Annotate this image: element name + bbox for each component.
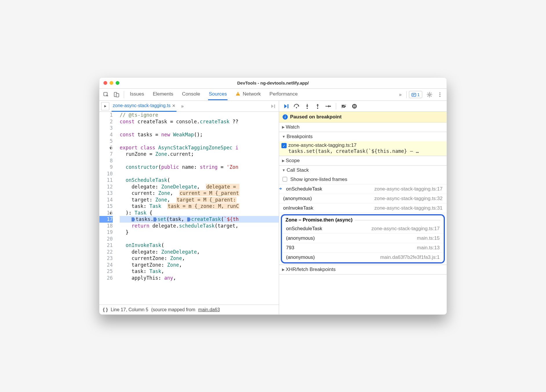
stack-frame[interactable]: (anonymous)zone-async-stack-tagging.ts:3… [279, 194, 447, 204]
stack-frame[interactable]: (anonymous)main.da63f7b2fe3f1fa3.js:1 [282, 253, 444, 262]
stack-frame[interactable]: onScheduleTaskzone-async-stack-tagging.t… [279, 184, 447, 194]
breakpoint-checkbox[interactable]: ✓ [281, 143, 287, 148]
step-over-icon[interactable] [293, 102, 301, 110]
svg-rect-2 [116, 94, 119, 97]
step-out-icon[interactable] [314, 102, 321, 110]
svg-point-16 [307, 108, 308, 109]
file-tab-active[interactable]: zone-async-stack-tagging.ts × [112, 101, 176, 112]
editor-status-bar: { } Line 17, Column 5 (source mapped fro… [99, 305, 279, 314]
file-tab-name: zone-async-stack-tagging.ts [113, 103, 170, 108]
file-tab-bar: zone-async-stack-tagging.ts × » [99, 101, 279, 112]
resume-icon[interactable] [283, 102, 290, 110]
xhr-label: XHR/fetch Breakpoints [286, 267, 336, 272]
panel-tabs: Issues Elements Console Sources Network … [129, 89, 396, 100]
code-editor[interactable]: 123456▼78910111213141516▼171819202122232… [99, 112, 279, 305]
issues-count: 1 [417, 92, 420, 97]
call-stack-group: onScheduleTaskzone-async-stack-tagging.t… [282, 224, 444, 262]
more-menu-icon[interactable] [435, 90, 445, 100]
svg-point-9 [439, 92, 440, 93]
callstack-label: Call Stack [287, 167, 309, 173]
tab-sources[interactable]: Sources [208, 89, 227, 100]
tab-network[interactable]: Network [235, 89, 261, 100]
svg-point-8 [429, 94, 430, 96]
svg-point-11 [439, 96, 440, 97]
file-tabs-overflow-icon[interactable]: » [179, 104, 186, 109]
breakpoint-snippet: tasks.set(task, createTask(`${this.name}… [288, 148, 443, 154]
breakpoint-file: zone-async-stack-tagging.ts:17 [288, 142, 443, 148]
tab-network-label: Network [243, 91, 261, 97]
call-stack-top: onScheduleTaskzone-async-stack-tagging.t… [279, 184, 447, 213]
stack-frame[interactable]: onScheduleTaskzone-async-stack-tagging.t… [282, 224, 444, 234]
scope-label: Scope [286, 158, 300, 164]
show-ignored-label: Show ignore-listed frames [290, 177, 347, 182]
source-pane: zone-async-stack-tagging.ts × » 123456▼7… [99, 101, 279, 314]
debug-toolbar [279, 101, 447, 112]
xhr-breakpoints-pane[interactable]: ▶XHR/fetch Breakpoints [279, 265, 447, 274]
svg-point-20 [330, 106, 331, 107]
snippet-run-icon[interactable] [270, 103, 277, 109]
stack-frame[interactable]: (anonymous)main.ts:15 [282, 234, 444, 243]
svg-point-10 [439, 94, 440, 95]
main-split: zone-async-stack-tagging.ts × » 123456▼7… [99, 101, 447, 314]
breakpoint-item[interactable]: ✓ zone-async-stack-tagging.ts:17 tasks.s… [279, 141, 447, 156]
titlebar: DevTools - ng-devtools.netlify.app/ [99, 78, 447, 89]
tab-issues[interactable]: Issues [129, 89, 145, 100]
svg-point-14 [296, 107, 297, 108]
show-ignored-checkbox[interactable] [283, 177, 287, 182]
tabs-overflow-icon[interactable]: » [397, 92, 404, 97]
svg-rect-25 [355, 105, 356, 107]
breakpoints-label: Breakpoints [287, 134, 313, 140]
watch-label: Watch [286, 124, 300, 130]
async-stack-group: Zone – Promise.then (async) onScheduleTa… [281, 214, 445, 263]
svg-rect-3 [238, 93, 238, 94]
svg-point-18 [317, 108, 318, 109]
main-toolbar: Issues Elements Console Sources Network … [99, 89, 447, 101]
svg-point-23 [352, 104, 357, 109]
pause-status: i Paused on breakpoint [279, 112, 447, 122]
source-map-link[interactable]: main.da63 [198, 307, 220, 312]
svg-rect-4 [238, 95, 238, 95]
window-title: DevTools - ng-devtools.netlify.app/ [99, 80, 447, 85]
deactivate-breakpoints-icon[interactable] [340, 102, 348, 110]
svg-rect-24 [354, 105, 354, 107]
navigator-toggle-icon[interactable] [101, 102, 109, 110]
tab-performance[interactable]: Performance [269, 89, 298, 100]
async-group-title: Zone – Promise.then (async) [285, 217, 352, 223]
breakpoints-pane[interactable]: ▼Breakpoints ✓ zone-async-stack-tagging.… [279, 132, 447, 156]
traffic-lights [103, 81, 119, 85]
pause-message: Paused on breakpoint [290, 114, 342, 120]
code-body[interactable]: // @ts-ignoreconst createTask = console.… [120, 112, 279, 305]
zoom-window-button[interactable] [116, 81, 119, 85]
svg-rect-12 [274, 105, 275, 108]
show-ignored-frames-row[interactable]: Show ignore-listed frames [279, 175, 447, 184]
issues-counter[interactable]: 1 [409, 91, 422, 98]
inspect-element-icon[interactable] [101, 90, 111, 100]
step-into-icon[interactable] [303, 102, 311, 110]
scope-pane[interactable]: ▶Scope [279, 156, 447, 166]
stack-frame[interactable]: onInvokeTaskzone-async-stack-tagging.ts:… [279, 204, 447, 213]
tab-console[interactable]: Console [181, 89, 201, 100]
line-gutter[interactable]: 123456▼78910111213141516▼171819202122232… [99, 112, 120, 305]
devtools-window: DevTools - ng-devtools.netlify.app/ Issu… [99, 77, 447, 315]
info-icon: i [283, 114, 288, 120]
device-toggle-icon[interactable] [112, 90, 121, 100]
pretty-print-icon[interactable]: { } [103, 307, 108, 312]
stack-frame[interactable]: 793main.ts:13 [282, 243, 444, 253]
cursor-position: Line 17, Column 5 [111, 307, 148, 312]
close-window-button[interactable] [103, 81, 107, 85]
debugger-pane: i Paused on breakpoint ▶Watch ▼Breakpoin… [279, 101, 447, 314]
source-map-label: (source mapped from [151, 307, 195, 312]
pause-on-exceptions-icon[interactable] [351, 102, 358, 110]
step-icon[interactable] [324, 102, 332, 110]
callstack-pane[interactable]: ▼Call Stack Show ignore-listed frames on… [279, 166, 447, 265]
svg-rect-13 [287, 104, 288, 108]
minimize-window-button[interactable] [110, 81, 113, 85]
tab-elements[interactable]: Elements [152, 89, 174, 100]
svg-rect-5 [412, 93, 416, 96]
close-icon[interactable]: × [172, 103, 175, 109]
settings-gear-icon[interactable] [425, 90, 434, 100]
watch-pane[interactable]: ▶Watch [279, 122, 447, 132]
